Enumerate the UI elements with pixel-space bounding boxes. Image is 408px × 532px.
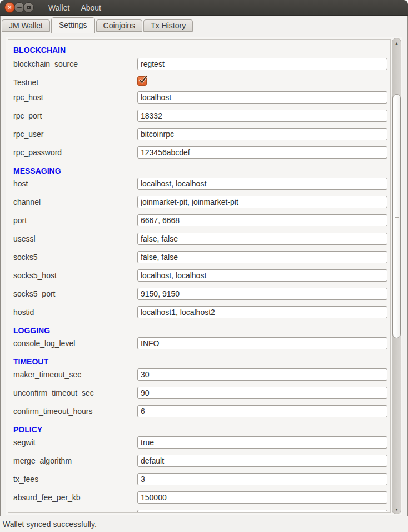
field-label: absurd_fee_per_kb xyxy=(13,491,137,504)
input-segwit[interactable] xyxy=(137,436,387,449)
settings-form-frame: BLOCKCHAINblockchain_sourceTestnetrpc_ho… xyxy=(8,39,391,513)
tab-settings[interactable]: Settings xyxy=(51,17,95,33)
section-header-policy: POLICY xyxy=(8,423,390,436)
maximize-icon xyxy=(27,6,31,9)
form-row-host: host xyxy=(8,178,390,196)
settings-form: BLOCKCHAINblockchain_sourceTestnetrpc_ho… xyxy=(8,40,390,513)
form-row-rpc-password: rpc_password xyxy=(8,146,390,165)
wallet-window: × Wallet About JM WalletSettingsCoinjoin… xyxy=(0,0,408,532)
form-row-partial xyxy=(8,510,390,513)
form-row-unconfirm-timeout-sec: unconfirm_timeout_sec xyxy=(8,387,390,405)
form-row-rpc-port: rpc_port xyxy=(8,110,390,128)
input-usessl[interactable] xyxy=(137,233,387,245)
input-confirm-timeout-hours[interactable] xyxy=(137,405,387,417)
input-rpc-port[interactable] xyxy=(137,110,387,122)
status-message: Wallet synced successfully. xyxy=(3,520,97,529)
form-row-testnet: Testnet xyxy=(8,76,390,91)
field-label: rpc_user xyxy=(13,128,137,140)
input-rpc-host[interactable] xyxy=(137,91,387,104)
menu-about[interactable]: About xyxy=(75,0,107,16)
field-label: maker_timeout_sec xyxy=(13,368,137,381)
section-header-logging: LOGGING xyxy=(8,324,390,337)
form-row-maker-timeout-sec: maker_timeout_sec xyxy=(8,368,390,387)
input-port[interactable] xyxy=(137,214,387,226)
field-label: tx_fees xyxy=(13,473,137,485)
input-channel[interactable] xyxy=(137,196,387,208)
form-row-blockchain-source: blockchain_source xyxy=(8,58,390,76)
input-socks5[interactable] xyxy=(137,251,387,263)
tab-bar: JM WalletSettingsCoinjoinsTx History xyxy=(0,16,408,33)
field-label: Testnet xyxy=(13,76,137,88)
form-row-port: port xyxy=(8,214,390,233)
input-maker-timeout-sec[interactable] xyxy=(137,368,387,381)
form-row-hostid: hostid xyxy=(8,306,390,324)
field-label: host xyxy=(13,178,137,190)
field-label: confirm_timeout_hours xyxy=(13,405,137,417)
field-label: console_log_level xyxy=(13,337,137,349)
field-label: segwit xyxy=(13,436,137,449)
field-label: rpc_password xyxy=(13,146,137,159)
input-hostid[interactable] xyxy=(137,306,387,318)
input-rpc-user[interactable] xyxy=(137,128,387,140)
scrollbar-thumb[interactable] xyxy=(392,94,401,338)
input-blockchain-source[interactable] xyxy=(137,58,387,70)
field-label: unconfirm_timeout_sec xyxy=(13,387,137,399)
input-partial[interactable] xyxy=(137,510,387,513)
field-label: merge_algorithm xyxy=(13,455,137,467)
form-row-console-log-level: console_log_level xyxy=(8,337,390,356)
form-row-socks5-port: socks5_port xyxy=(8,288,390,306)
field-label: rpc_host xyxy=(13,91,137,104)
input-rpc-password[interactable] xyxy=(137,146,387,159)
settings-scrollbar[interactable]: ▲ ▼ xyxy=(392,38,401,514)
input-tx-fees[interactable] xyxy=(137,473,387,485)
form-row-rpc-user: rpc_user xyxy=(8,128,390,146)
menu-bar: Wallet About xyxy=(43,0,107,16)
form-row-channel: channel xyxy=(8,196,390,214)
close-icon: × xyxy=(8,4,11,11)
form-row-socks5: socks5 xyxy=(8,251,390,269)
section-header-timeout: TIMEOUT xyxy=(8,356,390,368)
window-controls: × xyxy=(4,2,33,13)
status-bar: Wallet synced successfully. xyxy=(0,516,408,532)
field-label: socks5_host xyxy=(13,269,137,282)
menu-wallet[interactable]: Wallet xyxy=(43,0,75,16)
minimize-icon xyxy=(17,7,22,8)
section-header-blockchain: BLOCKCHAIN xyxy=(8,40,390,58)
form-row-socks5-host: socks5_host xyxy=(8,269,390,288)
scroll-up-icon: ▲ xyxy=(395,41,399,45)
field-label: channel xyxy=(13,196,137,208)
input-absurd-fee-per-kb[interactable] xyxy=(137,491,387,504)
form-row-merge-algorithm: merge_algorithm xyxy=(8,455,390,473)
form-row-rpc-host: rpc_host xyxy=(8,91,390,110)
input-host[interactable] xyxy=(137,178,387,190)
form-row-usessl: usessl xyxy=(8,233,390,251)
input-socks5-port[interactable] xyxy=(137,288,387,300)
field-label: socks5_port xyxy=(13,288,137,300)
scrollbar-grip-icon xyxy=(395,215,399,215)
tab-jm-wallet[interactable]: JM Wallet xyxy=(2,19,50,32)
field-label: hostid xyxy=(13,306,137,318)
scroll-down-button[interactable]: ▼ xyxy=(392,505,401,513)
checkmark-icon xyxy=(137,75,148,86)
maximize-button[interactable] xyxy=(23,2,34,13)
settings-scroll-area: BLOCKCHAINblockchain_sourceTestnetrpc_ho… xyxy=(6,37,402,515)
field-label: blockchain_source xyxy=(13,58,137,70)
tab-coinjoins[interactable]: Coinjoins xyxy=(96,19,143,32)
input-merge-algorithm[interactable] xyxy=(137,455,387,467)
input-socks5-host[interactable] xyxy=(137,269,387,282)
form-row-segwit: segwit xyxy=(8,436,390,455)
tab-tx-history[interactable]: Tx History xyxy=(143,19,193,32)
close-button[interactable]: × xyxy=(4,2,15,13)
field-label: port xyxy=(13,214,137,226)
field-label: socks5 xyxy=(13,251,137,263)
title-bar: × Wallet About xyxy=(0,0,408,16)
input-console-log-level[interactable] xyxy=(137,337,387,349)
section-header-messaging: MESSAGING xyxy=(8,165,390,178)
field-label: usessl xyxy=(13,233,137,245)
testnet-checkbox[interactable] xyxy=(137,76,147,86)
form-row-absurd-fee-per-kb: absurd_fee_per_kb xyxy=(8,491,390,510)
scroll-down-icon: ▼ xyxy=(395,508,399,511)
scroll-up-button[interactable]: ▲ xyxy=(392,39,401,47)
form-row-confirm-timeout-hours: confirm_timeout_hours xyxy=(8,405,390,423)
input-unconfirm-timeout-sec[interactable] xyxy=(137,387,387,399)
